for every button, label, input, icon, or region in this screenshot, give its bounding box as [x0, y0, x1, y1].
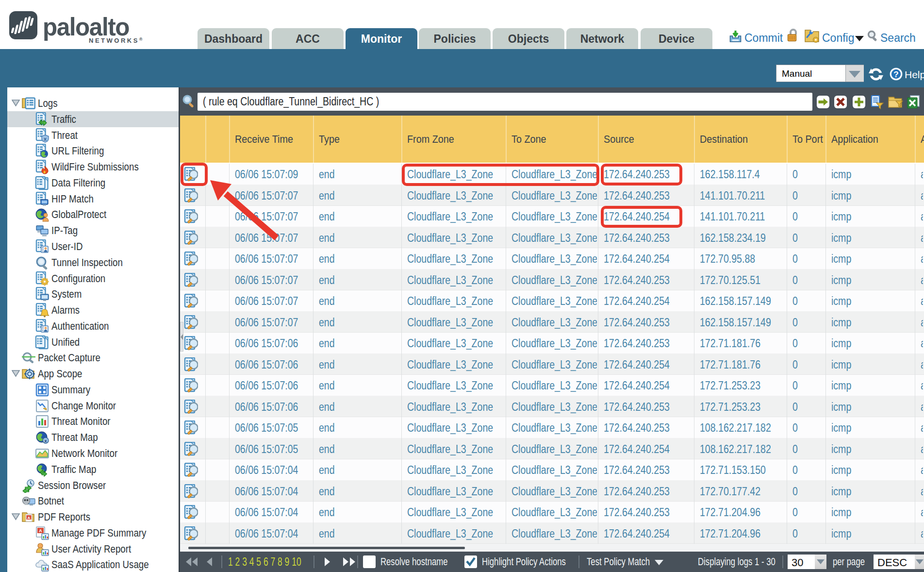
svg-text:A: A	[39, 528, 42, 533]
svg-text:?: ?	[893, 70, 898, 79]
svg-text:x: x	[44, 438, 47, 443]
svg-text:x: x	[44, 136, 47, 142]
svg-text:A: A	[28, 516, 31, 520]
